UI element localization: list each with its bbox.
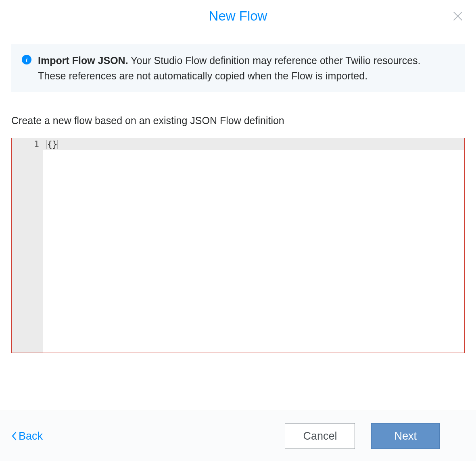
info-text: Import Flow JSON. Your Studio Flow defin… xyxy=(38,53,453,83)
editor-gutter: 1 xyxy=(12,138,43,353)
cursor-indicator-right xyxy=(57,140,58,149)
close-icon xyxy=(453,11,463,21)
code-line: {} xyxy=(43,138,464,150)
modal-footer: Back Cancel Next xyxy=(0,411,476,461)
code-content: {} xyxy=(47,138,57,150)
modal-body: i Import Flow JSON. Your Studio Flow def… xyxy=(0,32,476,411)
back-button[interactable]: Back xyxy=(11,430,43,442)
close-button[interactable] xyxy=(450,8,466,24)
cancel-button[interactable]: Cancel xyxy=(285,423,355,449)
next-button[interactable]: Next xyxy=(371,423,440,449)
info-icon: i xyxy=(22,55,31,64)
json-editor[interactable]: 1 {} xyxy=(11,138,465,353)
chevron-left-icon xyxy=(11,432,17,440)
description-text: Create a new flow based on an existing J… xyxy=(11,115,465,127)
modal-title: New Flow xyxy=(209,8,267,24)
info-icon-wrap: i xyxy=(22,55,31,64)
modal-header: New Flow xyxy=(0,0,476,32)
info-banner: i Import Flow JSON. Your Studio Flow def… xyxy=(11,44,465,92)
info-bold: Import Flow JSON. xyxy=(38,55,128,66)
line-number: 1 xyxy=(12,138,39,150)
editor-code-area[interactable]: {} xyxy=(43,138,464,353)
back-label: Back xyxy=(19,430,43,442)
